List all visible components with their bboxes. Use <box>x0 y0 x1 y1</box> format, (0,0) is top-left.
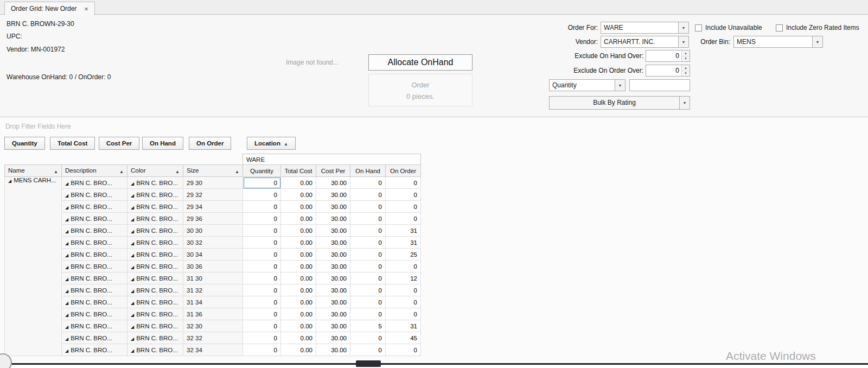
quantity-cell[interactable]: 0 <box>243 296 281 308</box>
tab-close-icon[interactable]: × <box>84 5 88 12</box>
quantity-cell[interactable]: 0 <box>243 189 281 201</box>
column-header-name[interactable]: ▲Name <box>5 165 62 177</box>
column-header-size[interactable]: ▲Size <box>183 165 243 177</box>
color-cell[interactable]: ◢BRN C. BRO... <box>127 261 183 272</box>
expand-icon[interactable]: ◢ <box>131 348 134 353</box>
column-header-quantity[interactable]: Quantity <box>243 165 281 177</box>
quantity-cell[interactable]: 0 <box>243 284 281 296</box>
description-cell[interactable]: ◢BRN C. BRO... <box>62 249 127 261</box>
description-cell[interactable]: ◢BRN C. BRO... <box>62 296 127 308</box>
quantity-cell[interactable]: 0 <box>243 344 281 356</box>
field-chip-quantity[interactable]: Quantity <box>4 137 45 150</box>
column-header-description[interactable]: ▲Description <box>62 165 127 177</box>
dropdown-arrow-icon[interactable]: ▼ <box>615 80 625 91</box>
quantity-cell[interactable]: 0 <box>243 308 281 320</box>
quantity-cell[interactable]: 0 <box>243 225 281 237</box>
spin-up-icon[interactable]: ▲ <box>682 50 690 56</box>
quantity-cell[interactable]: 0 <box>243 332 281 344</box>
bulk-by-rating-button[interactable]: Bulk By Rating ▼ <box>549 96 690 110</box>
description-cell[interactable]: ◢BRN C. BRO... <box>62 189 127 201</box>
expand-icon[interactable]: ◢ <box>65 325 68 329</box>
exclude-on-hand-input[interactable] <box>646 50 681 61</box>
expand-icon[interactable]: ◢ <box>131 337 134 341</box>
expand-icon[interactable]: ◢ <box>131 205 134 210</box>
order-bin-dropdown[interactable]: MENS ▼ <box>733 36 823 48</box>
color-cell[interactable]: ◢BRN C. BRO... <box>127 332 183 344</box>
color-cell[interactable]: ◢BRN C. BRO... <box>127 213 183 225</box>
location-group-header[interactable]: WARE <box>243 154 421 165</box>
quantity-cell[interactable]: 0 <box>243 201 281 213</box>
quantity-cell[interactable]: 0 <box>243 237 281 249</box>
column-header-cost-per[interactable]: Cost Per <box>316 165 350 177</box>
expand-icon[interactable]: ◢ <box>65 229 68 234</box>
expand-icon[interactable]: ◢ <box>65 241 68 246</box>
column-header-total-cost[interactable]: Total Cost <box>281 165 316 177</box>
checkbox-icon[interactable] <box>695 24 702 31</box>
description-cell[interactable]: ◢BRN C. BRO... <box>62 344 127 356</box>
expand-icon[interactable]: ◢ <box>65 289 68 294</box>
exclude-on-order-spinner[interactable]: ▲ ▼ <box>646 65 690 77</box>
color-cell[interactable]: ◢BRN C. BRO... <box>127 320 183 332</box>
vendor-dropdown[interactable]: CARHARTT. INC. ▼ <box>601 36 689 48</box>
checkbox-icon[interactable] <box>776 24 783 31</box>
column-header-color[interactable]: ▲Color <box>127 165 183 177</box>
spin-down-icon[interactable]: ▼ <box>682 56 690 62</box>
expand-icon[interactable]: ◢ <box>65 217 68 222</box>
description-cell[interactable]: ◢BRN C. BRO... <box>62 237 127 249</box>
expand-icon[interactable]: ◢ <box>131 313 134 318</box>
dropdown-arrow-icon[interactable]: ▼ <box>812 36 822 47</box>
quantity-cell[interactable]: 0 <box>243 177 281 189</box>
color-cell[interactable]: ◢BRN C. BRO... <box>127 177 183 189</box>
dropdown-arrow-icon[interactable]: ▼ <box>678 36 688 47</box>
quantity-value-input[interactable] <box>629 79 690 91</box>
field-chip-on-hand[interactable]: On Hand <box>142 137 183 150</box>
expand-icon[interactable]: ◢ <box>131 301 134 306</box>
description-cell[interactable]: ◢BRN C. BRO... <box>62 177 127 189</box>
include-unavailable-checkbox[interactable]: Include Unavailable <box>695 22 762 34</box>
spin-up-icon[interactable]: ▲ <box>682 65 690 71</box>
description-cell[interactable]: ◢BRN C. BRO... <box>62 308 127 320</box>
expand-icon[interactable]: ◢ <box>65 301 68 306</box>
expand-icon[interactable]: ◢ <box>131 265 134 270</box>
order-for-dropdown[interactable]: WARE ▼ <box>601 22 689 34</box>
field-chip-location[interactable]: Location▲ <box>247 137 296 150</box>
color-cell[interactable]: ◢BRN C. BRO... <box>127 284 183 296</box>
quantity-cell[interactable]: 0 <box>243 213 281 225</box>
color-cell[interactable]: ◢BRN C. BRO... <box>127 201 183 213</box>
color-cell[interactable]: ◢BRN C. BRO... <box>127 272 183 284</box>
expand-icon[interactable]: ◢ <box>131 325 134 329</box>
description-cell[interactable]: ◢BRN C. BRO... <box>62 261 127 272</box>
expand-icon[interactable]: ◢ <box>65 193 68 198</box>
description-cell[interactable]: ◢BRN C. BRO... <box>62 332 127 344</box>
field-chip-cost-per[interactable]: Cost Per <box>99 137 139 150</box>
expand-icon[interactable]: ◢ <box>131 289 134 294</box>
dropdown-arrow-icon[interactable]: ▼ <box>678 22 688 33</box>
spin-down-icon[interactable]: ▼ <box>682 71 690 77</box>
expand-icon[interactable]: ◢ <box>65 205 68 210</box>
filter-drop-zone[interactable]: Drop Filter Fields Here <box>5 117 71 136</box>
quantity-cell[interactable]: 0 <box>243 249 281 261</box>
expand-icon[interactable]: ◢ <box>65 181 68 186</box>
expand-icon[interactable]: ◢ <box>65 348 68 353</box>
quantity-cell[interactable]: 0 <box>243 320 281 332</box>
exclude-on-order-input[interactable] <box>646 65 681 76</box>
description-cell[interactable]: ◢BRN C. BRO... <box>62 284 127 296</box>
exclude-on-hand-spinner[interactable]: ▲ ▼ <box>646 50 690 62</box>
field-chip-total-cost[interactable]: Total Cost <box>50 137 95 150</box>
column-header-on-order[interactable]: On Order <box>386 165 421 177</box>
column-header-on-hand[interactable]: On Hand <box>350 165 386 177</box>
allocate-onhand-button[interactable]: Allocate OnHand <box>368 54 473 71</box>
tab-order-grid-new-order[interactable]: Order Grid: New Order × <box>4 2 95 15</box>
expand-icon[interactable]: ◢ <box>65 337 68 341</box>
expand-icon[interactable]: ◢ <box>131 277 134 282</box>
expand-icon[interactable]: ◢ <box>131 229 134 234</box>
description-cell[interactable]: ◢BRN C. BRO... <box>62 225 127 237</box>
description-cell[interactable]: ◢BRN C. BRO... <box>62 213 127 225</box>
description-cell[interactable]: ◢BRN C. BRO... <box>62 272 127 284</box>
expand-icon[interactable]: ◢ <box>65 313 68 318</box>
color-cell[interactable]: ◢BRN C. BRO... <box>127 308 183 320</box>
expand-icon[interactable]: ◢ <box>131 217 134 222</box>
name-cell[interactable]: ◢MENS CARH... <box>5 177 62 356</box>
quantity-mode-dropdown[interactable]: Quantity ▼ <box>549 79 626 91</box>
color-cell[interactable]: ◢BRN C. BRO... <box>127 344 183 356</box>
